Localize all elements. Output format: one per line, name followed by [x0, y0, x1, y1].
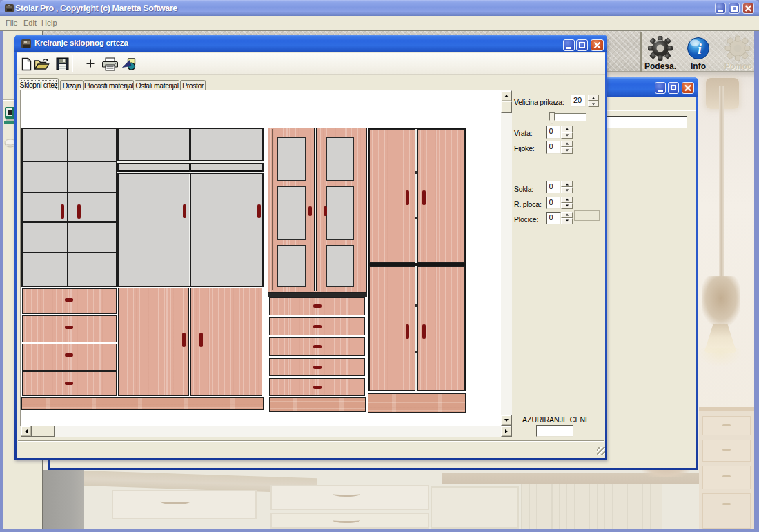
svg-text:i: i [698, 41, 702, 57]
